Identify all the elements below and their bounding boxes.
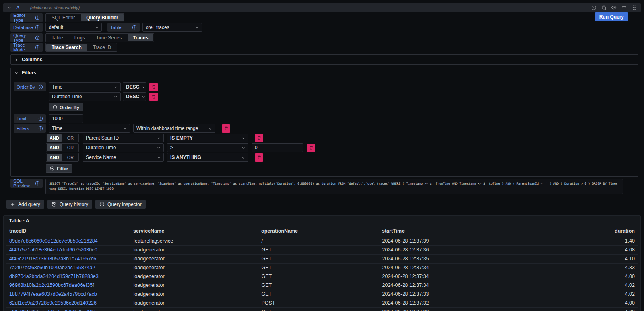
operation-name-cell: GET (258, 290, 379, 299)
query-footer-actions: Add query Query history Query inspector (6, 200, 644, 209)
table-panel: Table - A traceID serviceName operationN… (3, 215, 641, 311)
query-type-option-time-series[interactable]: Time Series (91, 34, 127, 41)
trace-mode-group: Trace Search Trace ID (45, 43, 117, 52)
remove-order-by-button[interactable] (149, 93, 158, 101)
run-query-button[interactable]: Run Query (595, 12, 628, 21)
column-header-starttime[interactable]: startTime (379, 226, 502, 237)
sql-preview-code[interactable]: SELECT "TraceId" as traceID, "ServiceNam… (45, 179, 623, 194)
table-row: e91c3645f04fa5e58adcd0758e1ea127 loadgen… (6, 307, 638, 311)
order-by-field-select[interactable]: Duration Time (49, 92, 121, 101)
filter-field-select[interactable]: Parent Span ID (83, 134, 164, 142)
remove-filter-button[interactable] (255, 134, 263, 142)
trace-id-link[interactable]: e91c3645f04fa5e58adcd0758e1ea127 (6, 307, 130, 311)
filter-field-select[interactable]: Time (49, 124, 130, 133)
trash-icon[interactable] (621, 5, 627, 10)
info-icon[interactable] (38, 116, 43, 121)
filter-value-input[interactable] (252, 143, 303, 152)
trace-id-link[interactable]: 4f497571a618e364ed7ded60752030e0 (6, 245, 130, 254)
info-icon[interactable] (35, 45, 40, 50)
trace-id-link[interactable]: 1887794f7eaa6037d0e2a4579bcd7acb (6, 290, 130, 299)
filter-field-select[interactable]: Duration Time (83, 143, 164, 152)
trace-mode-option-trace-id[interactable]: Trace ID (88, 44, 117, 51)
columns-section: Columns (10, 54, 638, 65)
filter-operator-select[interactable]: IS ANYTHING (167, 153, 248, 162)
and-segment[interactable]: AND (47, 144, 62, 151)
drag-handle-icon[interactable] (631, 5, 637, 10)
add-query-button[interactable]: Add query (6, 200, 44, 209)
trace-id-link[interactable]: 96968b10fa2b2c1590bc67dea06ef35f (6, 281, 130, 290)
trace-id-link[interactable]: 62df1ec9a29728c9e29536c20d140226 (6, 299, 130, 307)
or-segment[interactable]: OR (63, 154, 78, 161)
info-icon[interactable] (35, 15, 40, 20)
query-inspector-button[interactable]: Query inspector (95, 200, 146, 209)
info-icon[interactable] (35, 25, 40, 30)
service-name-cell: loadgenerator (130, 272, 258, 281)
eye-icon[interactable] (611, 5, 617, 10)
query-type-option-traces[interactable]: Traces (128, 34, 153, 41)
order-by-field-select[interactable]: Time (49, 82, 121, 91)
start-time-cell: 2024-06-28 12:37:32 (379, 307, 502, 311)
remove-order-by-button[interactable] (149, 83, 158, 91)
column-header-servicename[interactable]: serviceName (130, 226, 258, 237)
trace-id-link[interactable]: 7a2f07ecf63c60b1029ab2ac155874a2 (6, 263, 130, 272)
chevron-down-icon (142, 95, 145, 99)
order-by-direction-select[interactable]: DESC (123, 92, 146, 101)
filter-operator-select[interactable]: IS EMPTY (167, 134, 248, 142)
info-icon[interactable] (38, 126, 43, 131)
query-row-header[interactable]: A (clickhouse-observability) (3, 3, 641, 12)
service-name-cell: loadgenerator (130, 290, 258, 299)
database-label: Database (10, 23, 43, 32)
info-circle-icon (99, 202, 105, 207)
add-filter-row: Filter (14, 164, 635, 173)
column-header-traceid[interactable]: traceID (6, 226, 130, 237)
filter-field-select[interactable]: Service Name (83, 153, 164, 162)
add-filter-button[interactable]: Filter (46, 164, 72, 173)
datasource-name: (clickhouse-observability) (30, 5, 80, 10)
and-segment[interactable]: AND (47, 134, 62, 142)
query-type-option-logs[interactable]: Logs (69, 34, 90, 41)
collapse-chevron-icon[interactable] (7, 6, 11, 10)
duplicate-icon[interactable] (601, 5, 607, 10)
column-header-duration[interactable]: duration (502, 226, 638, 237)
filter-operator-select[interactable]: Within dashboard time range (133, 124, 215, 133)
editor-type-option-sql-editor[interactable]: SQL Editor (46, 14, 80, 21)
remove-filter-button[interactable] (255, 153, 263, 162)
chevron-down-icon (242, 156, 245, 159)
trace-mode-row: Trace Mode Trace Search Trace ID (10, 43, 641, 52)
plus-icon (10, 202, 15, 207)
operation-name-cell: POST (258, 299, 379, 307)
query-type-option-table[interactable]: Table (46, 34, 68, 41)
record-icon[interactable] (591, 5, 597, 10)
trace-id-link[interactable]: 4f45c21918c73698057a8b1c741657c6 (6, 254, 130, 263)
columns-section-header[interactable]: Columns (11, 55, 638, 64)
order-by-row-1: Order By Time DESC (14, 82, 635, 91)
or-segment[interactable]: OR (63, 134, 78, 142)
query-type-label: Query Type (10, 33, 43, 42)
trace-mode-option-trace-search[interactable]: Trace Search (46, 44, 87, 51)
trace-id-link[interactable]: 89dc7e8c6060c0d12de7e9b50c216284 (6, 237, 130, 245)
info-icon[interactable] (132, 25, 137, 30)
remove-filter-button[interactable] (222, 124, 230, 133)
filter-operator-select[interactable]: > (167, 143, 248, 152)
filter-row-3: AND OR Service Name IS ANYTHING (14, 153, 635, 162)
chevron-down-icon (157, 156, 161, 159)
add-order-by-button[interactable]: Order By (49, 103, 83, 111)
editor-type-option-query-builder[interactable]: Query Builder (81, 14, 123, 21)
database-select[interactable]: default (45, 23, 102, 32)
and-segment[interactable]: AND (47, 154, 62, 161)
query-history-button[interactable]: Query history (47, 200, 92, 209)
trace-id-link[interactable]: db9704a2bbda34204d159c71b78283e3 (6, 272, 130, 281)
table-row: 1887794f7eaa6037d0e2a4579bcd7acb loadgen… (6, 290, 638, 299)
column-header-operationname[interactable]: operationName (258, 226, 379, 237)
service-name-cell: loadgenerator (130, 299, 258, 307)
info-icon[interactable] (38, 84, 43, 89)
limit-input[interactable] (49, 114, 83, 123)
order-by-direction-select[interactable]: DESC (123, 82, 146, 91)
info-icon[interactable] (35, 181, 40, 186)
filters-section-header[interactable]: Filters (11, 68, 638, 78)
table-select[interactable]: otel_traces (142, 23, 202, 32)
remove-filter-button[interactable] (307, 144, 315, 152)
info-icon[interactable] (35, 35, 40, 40)
start-time-cell: 2024-06-28 12:37:33 (379, 290, 502, 299)
or-segment[interactable]: OR (63, 144, 78, 151)
